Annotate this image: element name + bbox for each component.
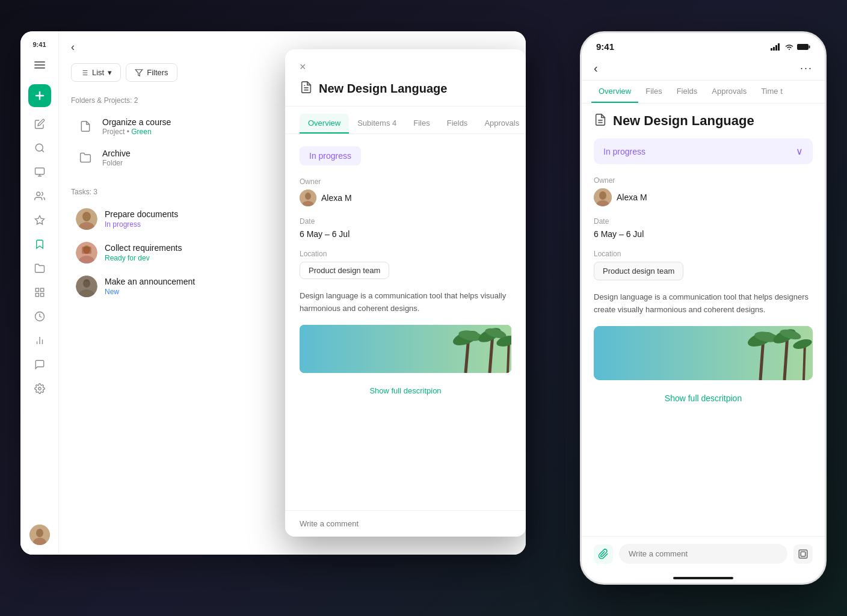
date-field: Date 6 May – 6 Jul — [300, 217, 511, 239]
sidebar-time: 9:41 — [32, 41, 46, 48]
svg-point-57 — [599, 191, 606, 200]
menu-icon[interactable] — [30, 55, 49, 75]
mobile-show-full-link[interactable]: Show full descritpion — [594, 389, 813, 413]
folder-icon[interactable] — [30, 259, 49, 278]
document-icon — [76, 117, 95, 136]
tab-approvals[interactable]: Approvals — [476, 114, 526, 134]
grid-icon[interactable] — [30, 283, 49, 302]
monitor-icon[interactable] — [30, 162, 49, 182]
tab-files[interactable]: Files — [405, 114, 438, 134]
signal-icon — [771, 43, 781, 51]
owner-avatar — [300, 189, 316, 206]
svg-point-24 — [82, 212, 91, 221]
folder-item-icon — [76, 148, 95, 167]
task-avatar-3 — [76, 276, 97, 297]
svg-point-2 — [36, 192, 40, 196]
svg-line-66 — [804, 343, 805, 380]
svg-point-0 — [35, 144, 43, 151]
date-value: 6 May – 6 Jul — [300, 229, 511, 239]
user-avatar[interactable] — [29, 525, 50, 545]
mobile-tab-overview[interactable]: Overview — [591, 81, 638, 103]
modal-tabs: Overview Subitems 4 Files Fields Approva… — [285, 106, 526, 134]
mobile-tab-time[interactable]: Time t — [754, 81, 790, 103]
mobile-status-icons — [771, 43, 810, 51]
mobile-back-button[interactable]: ‹ — [594, 61, 598, 75]
modal-image-preview — [300, 325, 511, 373]
mobile-owner-label: Owner — [594, 176, 813, 185]
svg-rect-68 — [799, 550, 807, 558]
mobile-more-button[interactable]: ··· — [800, 62, 813, 75]
edit-icon[interactable] — [30, 114, 49, 134]
modal-title-icon — [300, 81, 313, 96]
mobile-title: New Design Language — [613, 113, 754, 129]
sidebar: 9:41 — [20, 31, 59, 555]
svg-rect-1 — [35, 168, 44, 174]
modal-body: In progress Owner Alexa M Date 6 — [285, 134, 526, 537]
mobile-title-icon — [594, 113, 607, 129]
mobile-comment-input[interactable] — [619, 544, 787, 564]
back-button[interactable]: ‹ — [71, 41, 75, 54]
svg-point-14 — [36, 529, 43, 537]
svg-marker-3 — [35, 216, 44, 224]
mobile-owner-field: Owner Alexa M — [594, 176, 813, 206]
modal-title: New Design Language — [319, 82, 447, 96]
svg-rect-6 — [40, 294, 43, 297]
list-view-button[interactable]: List ▾ — [71, 63, 121, 82]
location-label: Location — [300, 250, 511, 258]
mobile-tab-approvals[interactable]: Approvals — [704, 81, 754, 103]
comment-input[interactable] — [300, 519, 511, 528]
mobile-location-label: Location — [594, 250, 813, 258]
svg-rect-38 — [300, 325, 511, 373]
mobile-chevron-icon: ∨ — [796, 146, 803, 157]
task-avatar-1 — [76, 208, 97, 230]
tab-fields[interactable]: Fields — [439, 114, 476, 134]
filters-button[interactable]: Filters — [126, 63, 177, 82]
comment-input-row — [285, 510, 526, 537]
mobile-comment-bar — [582, 536, 825, 571]
chart-icon[interactable] — [30, 331, 49, 350]
owner-field: Owner Alexa M — [300, 177, 511, 206]
mobile-capture-icon[interactable] — [793, 544, 813, 564]
mobile-date-value: 6 May – 6 Jul — [594, 229, 813, 239]
mobile-tab-fields[interactable]: Fields — [670, 81, 705, 103]
add-button[interactable] — [28, 84, 51, 107]
svg-rect-5 — [40, 288, 43, 291]
modal-close-button[interactable]: × — [300, 61, 306, 72]
mobile-tab-files[interactable]: Files — [638, 81, 669, 103]
mobile-status-text: In progress — [603, 147, 645, 156]
location-field: Location Product design team — [300, 250, 511, 279]
svg-rect-69 — [801, 552, 805, 556]
star-icon[interactable] — [30, 211, 49, 230]
mobile-status-bar: 9:41 — [582, 33, 825, 57]
search-icon[interactable] — [30, 138, 49, 158]
mobile-date-field: Date 6 May – 6 Jul — [594, 217, 813, 239]
bookmark-icon[interactable] — [30, 235, 49, 254]
users-icon[interactable] — [30, 186, 49, 206]
mobile-date-label: Date — [594, 217, 813, 226]
mobile-location-field: Location Product design team — [594, 250, 813, 280]
mobile-attach-icon[interactable] — [594, 544, 613, 564]
modal-panel: × New Design Language Overview Subitems … — [285, 49, 526, 537]
svg-rect-48 — [773, 47, 775, 51]
message-icon[interactable] — [30, 355, 49, 374]
location-value: Product design team — [300, 262, 389, 279]
svg-rect-50 — [778, 43, 780, 51]
modal-description: Design language is a communication tool … — [300, 290, 511, 315]
clock-icon[interactable] — [30, 307, 49, 326]
settings-icon[interactable] — [30, 379, 49, 398]
mobile-description: Design language is a communication tool … — [594, 291, 813, 316]
modal-header: × New Design Language — [285, 49, 526, 106]
tab-overview[interactable]: Overview — [300, 114, 349, 134]
mobile-panel: 9:41 — [580, 31, 827, 585]
svg-rect-29 — [82, 247, 91, 254]
task-avatar-2 — [76, 242, 97, 263]
modal-status-pill: In progress — [300, 146, 361, 165]
svg-point-12 — [38, 387, 41, 390]
show-full-description-link[interactable]: Show full descritpion — [300, 381, 511, 400]
mobile-status-dropdown[interactable]: In progress ∨ — [594, 138, 813, 164]
svg-rect-7 — [35, 294, 38, 297]
tab-subitems[interactable]: Subitems 4 — [349, 114, 405, 134]
svg-rect-4 — [35, 288, 38, 291]
mobile-tabs: Overview Files Fields Approvals Time t — [582, 81, 825, 103]
svg-point-36 — [305, 192, 311, 200]
